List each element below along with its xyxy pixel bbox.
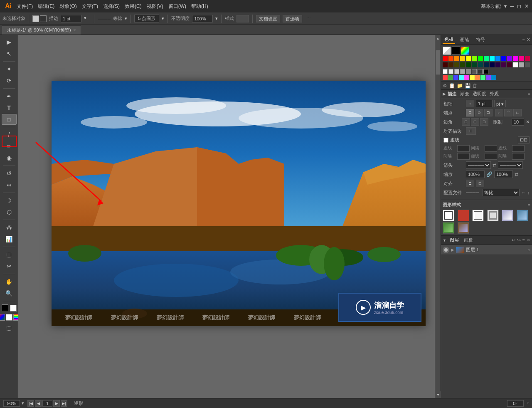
- vertical-scrollbar[interactable]: ▲ ▼: [435, 35, 441, 398]
- tool-hand[interactable]: ✋: [2, 276, 17, 287]
- restore-button[interactable]: ◻: [517, 3, 521, 9]
- prev-page-btn[interactable]: ◀: [35, 400, 42, 407]
- style-swatch[interactable]: [236, 15, 249, 22]
- gradient-swatch[interactable]: [461, 47, 469, 55]
- layers-menu-icon[interactable]: ≡: [522, 237, 525, 243]
- scale-link-icon[interactable]: 🔗: [486, 171, 493, 177]
- swatch-violet[interactable]: [507, 56, 512, 61]
- swatch-red[interactable]: [443, 56, 448, 61]
- layer-expand-arrow[interactable]: ▶: [451, 247, 454, 252]
- black-swatch2[interactable]: [483, 69, 488, 74]
- swatch-dark-blue2[interactable]: [490, 62, 495, 67]
- arrow-start-select[interactable]: ─────: [466, 161, 491, 169]
- black-swatch[interactable]: [452, 47, 460, 55]
- gs-item-green[interactable]: [443, 222, 454, 234]
- swatch-dark-blue1[interactable]: [484, 62, 489, 67]
- workspace-dropdown-icon[interactable]: ▾: [504, 3, 507, 9]
- opacity-dropdown[interactable]: ▾: [215, 16, 218, 21]
- fill-color-swatch[interactable]: [40, 15, 47, 22]
- swatch-dark-red[interactable]: [443, 62, 448, 67]
- gap-inp-2[interactable]: [457, 153, 470, 160]
- sp-tab-gradient[interactable]: 渐变: [460, 91, 469, 97]
- swatch-dark-gray[interactable]: [525, 62, 530, 67]
- cmyk-red[interactable]: [443, 75, 448, 80]
- tool-change-screen-mode[interactable]: ⬚: [2, 322, 17, 333]
- tool-type[interactable]: T: [2, 102, 17, 113]
- tool-zoom[interactable]: 🔍: [2, 288, 17, 299]
- swatch-crimson[interactable]: [525, 56, 530, 61]
- darkgray1-swatch[interactable]: [472, 69, 477, 74]
- brush-dropdown[interactable]: ▾: [162, 16, 164, 21]
- dash-inp-3[interactable]: [485, 153, 497, 160]
- document-tab[interactable]: 未标题-1* @ 90% (CMYK/预览) ×: [2, 25, 81, 35]
- cmyk-green[interactable]: [448, 75, 453, 80]
- next-page-btn[interactable]: ▶: [53, 400, 60, 407]
- tool-selection[interactable]: ▶: [2, 37, 17, 47]
- swatch-dark-magenta[interactable]: [501, 62, 506, 67]
- preferences-btn[interactable]: 首选项: [283, 15, 302, 22]
- zoom-input[interactable]: [3, 400, 20, 407]
- swatch-red-orange[interactable]: [448, 56, 453, 61]
- doc-settings-btn[interactable]: 文档设置: [256, 15, 280, 22]
- swatch-dark-green2[interactable]: [466, 62, 471, 67]
- cap-butt[interactable]: ⊏: [466, 109, 474, 116]
- align-stroke-inside[interactable]: ⊏: [466, 127, 476, 135]
- panel-action-2[interactable]: 📋: [449, 83, 455, 89]
- align-arrow-2[interactable]: ⊡: [476, 180, 484, 187]
- swatch-dark-pink[interactable]: [507, 62, 512, 67]
- limit-input[interactable]: [512, 118, 524, 126]
- lightgray2-swatch[interactable]: [454, 69, 459, 74]
- gs-item-red[interactable]: [458, 210, 469, 221]
- brush-selector[interactable]: 5 点圆形: [134, 15, 159, 22]
- extra-icon[interactable]: ⋯: [306, 16, 311, 21]
- medgray2-swatch[interactable]: [466, 69, 471, 74]
- cmyk-yellow[interactable]: [470, 75, 475, 80]
- stroke-arrow[interactable]: ▾: [84, 15, 91, 22]
- weight-input[interactable]: [476, 100, 493, 107]
- scroll-up-btn[interactable]: ▲: [435, 35, 441, 42]
- menu-object[interactable]: 对象(O): [59, 3, 76, 10]
- menu-help[interactable]: 帮助(H): [191, 3, 208, 10]
- swatch-orange[interactable]: [454, 56, 459, 61]
- panel-menu-icon[interactable]: ≡: [522, 37, 525, 42]
- menu-window[interactable]: 窗口(W): [168, 3, 186, 10]
- cmyk-spring[interactable]: [480, 75, 485, 80]
- darkgray2-swatch[interactable]: [478, 69, 483, 74]
- cmyk-sky[interactable]: [491, 75, 496, 80]
- cap-square[interactable]: ⊐: [484, 109, 493, 116]
- swatch-yellow-green[interactable]: [472, 56, 477, 61]
- dashed-options-btn[interactable]: ⊡⊡: [518, 136, 530, 143]
- cmyk-cyan[interactable]: [459, 75, 464, 80]
- tool-scale[interactable]: ⇔: [2, 180, 17, 190]
- tab-artboards[interactable]: 画板: [462, 237, 475, 244]
- layer-back-icon[interactable]: ↩: [512, 237, 515, 243]
- gs-expand-icon[interactable]: ≡: [528, 203, 530, 208]
- swatch-dark-green1[interactable]: [460, 62, 465, 67]
- panel-action-4[interactable]: 💾: [465, 83, 471, 89]
- panel-action-3[interactable]: 📁: [457, 83, 463, 89]
- gs-item-gray-border[interactable]: [487, 210, 499, 221]
- cmyk-blue[interactable]: [453, 75, 458, 80]
- menu-view[interactable]: 视图(V): [147, 3, 163, 10]
- arrow-swap-icon[interactable]: ⇄: [493, 163, 496, 168]
- tool-warp[interactable]: ☽: [2, 195, 17, 206]
- tool-eraser[interactable]: ◉: [2, 153, 17, 163]
- profile-flip-h[interactable]: ↔: [521, 190, 526, 195]
- stroke-panel-expand[interactable]: ≡: [528, 91, 530, 96]
- align-center[interactable]: ⊡: [471, 118, 479, 126]
- align-arrow-1[interactable]: ⊏: [466, 180, 474, 187]
- swatch-light-blue[interactable]: [495, 56, 500, 61]
- tool-artboard[interactable]: ⬚: [2, 249, 17, 260]
- scale-end-input[interactable]: [494, 171, 513, 178]
- sp-tab-stroke[interactable]: 描边: [448, 91, 457, 97]
- swatch-magenta[interactable]: [513, 56, 518, 61]
- swatch-dark-teal[interactable]: [472, 62, 477, 67]
- tab-swatches[interactable]: 色板: [443, 35, 455, 44]
- scroll-down-btn[interactable]: ▼: [435, 391, 441, 398]
- layer-visibility-btn[interactable]: [443, 247, 449, 253]
- layer-lock-icon[interactable]: ○: [527, 247, 530, 252]
- gap-inp-1[interactable]: [485, 145, 497, 152]
- white-swatch2[interactable]: [443, 69, 448, 74]
- swatch-dark-brown[interactable]: [448, 62, 453, 67]
- color-mode-btn[interactable]: [0, 314, 5, 321]
